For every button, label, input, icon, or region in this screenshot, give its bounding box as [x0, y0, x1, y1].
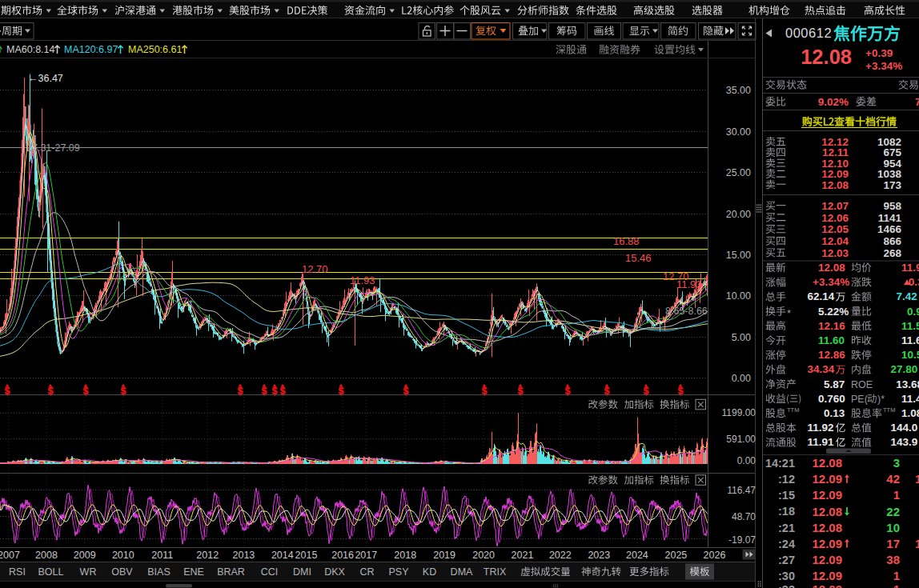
svg-text::21: :21 — [778, 522, 795, 534]
svg-text::15: :15 — [778, 489, 795, 502]
svg-text:62.14: 62.14 — [808, 290, 835, 302]
svg-text:12.09: 12.09 — [812, 569, 842, 582]
svg-text:1: 1 — [915, 472, 919, 486]
svg-text:2024: 2024 — [626, 550, 648, 561]
svg-text:5.22%: 5.22% — [818, 306, 849, 318]
svg-text:17: 17 — [886, 537, 900, 550]
svg-text:2012: 2012 — [196, 550, 219, 561]
svg-text:12.09: 12.09 — [812, 553, 842, 566]
svg-text:0.39: 0.39 — [909, 276, 919, 288]
svg-text:DMA: DMA — [451, 566, 473, 578]
svg-text:0.00: 0.00 — [732, 373, 751, 384]
svg-text:12.09: 12.09 — [812, 488, 842, 502]
svg-text:*: * — [787, 307, 791, 319]
svg-text:0.760: 0.760 — [818, 393, 845, 405]
svg-text:173: 173 — [883, 179, 901, 191]
svg-text:35.00: 35.00 — [726, 85, 751, 96]
svg-text:20.00: 20.00 — [726, 209, 751, 220]
svg-text:12.04: 12.04 — [821, 235, 849, 247]
svg-text:1: 1 — [893, 582, 900, 588]
svg-text:10.00: 10.00 — [726, 290, 751, 302]
svg-text:12.86: 12.86 — [818, 349, 845, 361]
svg-text:11.55: 11.55 — [901, 320, 919, 332]
svg-text:726: 726 — [915, 96, 919, 108]
svg-text:30.00: 30.00 — [726, 126, 751, 138]
svg-text:12.09: 12.09 — [812, 472, 842, 486]
svg-text:MA60:8.14: MA60:8.14 — [6, 44, 55, 55]
svg-text:12.09: 12.09 — [812, 582, 842, 588]
svg-text:DKX: DKX — [324, 566, 345, 578]
svg-text:ENE: ENE — [183, 566, 204, 578]
svg-text:958: 958 — [883, 200, 901, 212]
svg-text:+0.39: +0.39 — [865, 47, 893, 59]
svg-text:2025: 2025 — [664, 550, 687, 561]
svg-text:2018: 2018 — [394, 550, 416, 561]
svg-text:11.69: 11.69 — [901, 334, 919, 346]
svg-text:13.68%: 13.68% — [896, 378, 919, 390]
svg-text:12.70: 12.70 — [302, 263, 328, 275]
svg-text:2026: 2026 — [704, 550, 726, 561]
svg-text::12: :12 — [778, 473, 795, 486]
svg-text:116.47: 116.47 — [727, 485, 756, 496]
svg-text::24: :24 — [778, 538, 795, 550]
svg-text:11.93: 11.93 — [676, 278, 702, 290]
svg-text:1: 1 — [915, 537, 919, 550]
svg-text:16.88: 16.88 — [613, 235, 640, 247]
svg-text:11.60: 11.60 — [818, 334, 845, 346]
svg-text:12.16: 12.16 — [818, 320, 845, 332]
svg-text:12.08: 12.08 — [812, 505, 842, 518]
svg-text:BIAS: BIAS — [147, 566, 171, 578]
svg-text:15.00: 15.00 — [726, 250, 751, 261]
svg-text:42: 42 — [886, 472, 900, 486]
svg-text:12.06: 12.06 — [821, 212, 849, 224]
svg-text::33: :33 — [778, 583, 795, 588]
svg-text:10: 10 — [886, 521, 900, 534]
svg-text:11.97: 11.97 — [901, 262, 919, 274]
svg-text:15.46: 15.46 — [625, 252, 652, 264]
svg-text:12.05: 12.05 — [821, 223, 849, 235]
svg-text:143.9: 143.9 — [891, 436, 918, 448]
svg-text:12.07: 12.07 — [821, 200, 849, 212]
svg-text::30: :30 — [778, 570, 795, 582]
svg-text:12.08: 12.08 — [821, 179, 849, 191]
svg-text:CCI: CCI — [261, 566, 279, 578]
svg-text:OBV: OBV — [111, 566, 133, 578]
svg-text:WR: WR — [80, 566, 97, 578]
svg-text:3: 3 — [893, 456, 900, 470]
svg-text:12.08: 12.08 — [812, 521, 842, 534]
svg-text:2023: 2023 — [588, 550, 610, 561]
svg-text:-19.07: -19.07 — [728, 534, 756, 546]
svg-text:11.42: 11.42 — [901, 393, 919, 405]
svg-text:144.0: 144.0 — [891, 422, 918, 434]
svg-text:TTM: TTM — [787, 406, 799, 414]
svg-text:0.13: 0.13 — [824, 407, 845, 419]
svg-text:2020: 2020 — [472, 550, 495, 561]
svg-text:12.08: 12.08 — [812, 456, 842, 470]
svg-text:11.92: 11.92 — [808, 422, 834, 434]
svg-text:2011: 2011 — [151, 550, 173, 561]
svg-text:25.00: 25.00 — [726, 167, 751, 178]
svg-text:BRAR: BRAR — [217, 566, 245, 578]
svg-text:10.52: 10.52 — [901, 349, 919, 361]
svg-text:8.65-8.66: 8.65-8.66 — [665, 306, 708, 317]
svg-text:2015: 2015 — [295, 550, 318, 561]
svg-text:←36.47: ←36.47 — [28, 73, 63, 84]
svg-text:12.08: 12.08 — [801, 46, 852, 68]
svg-text:5.00: 5.00 — [732, 332, 751, 343]
svg-text:+3.34%: +3.34% — [865, 60, 902, 72]
svg-text:22: 22 — [886, 505, 900, 518]
svg-text::27: :27 — [778, 554, 795, 566]
svg-text:48.70: 48.70 — [732, 511, 756, 522]
svg-text:1: 1 — [893, 569, 900, 582]
svg-text:9.02%: 9.02% — [818, 96, 849, 108]
svg-text:2022: 2022 — [549, 550, 572, 561]
svg-text:PE(: PE( — [851, 394, 869, 405]
svg-text:RSI: RSI — [9, 566, 26, 578]
svg-text:CR: CR — [359, 566, 374, 578]
svg-text:14:21: 14:21 — [765, 457, 795, 470]
svg-text:1199.00: 1199.00 — [722, 407, 756, 418]
svg-text:5.87: 5.87 — [824, 378, 845, 390]
svg-text:MA250:6.61: MA250:6.61 — [128, 44, 182, 55]
svg-text:0.00: 0.00 — [737, 455, 756, 466]
svg-text:1.08%: 1.08% — [901, 407, 919, 419]
